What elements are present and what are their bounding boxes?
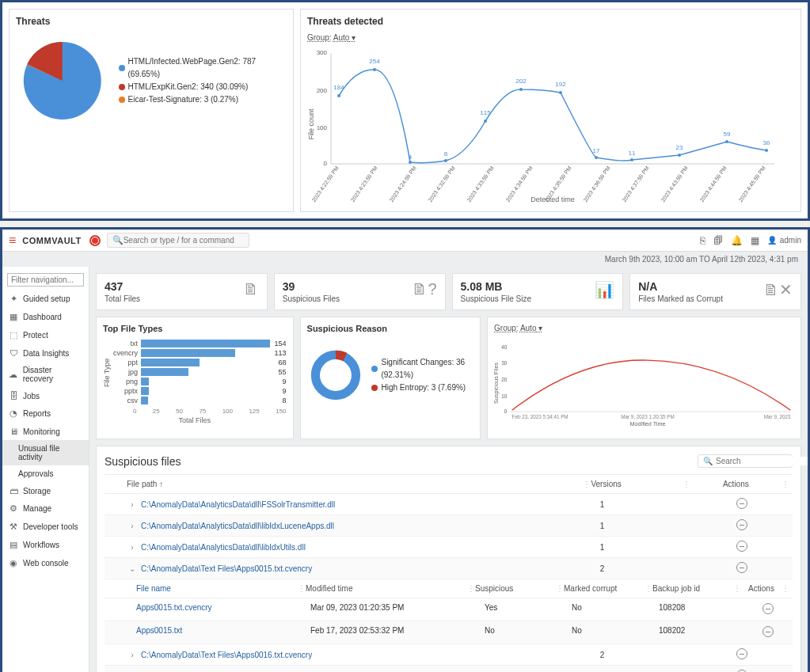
nav-item-data-insights[interactable]: 🛡Data Insights xyxy=(2,344,89,362)
command-search-input[interactable] xyxy=(124,236,244,245)
action-button[interactable] xyxy=(736,519,747,530)
svg-point-28 xyxy=(725,140,728,143)
col-header-path[interactable]: File path ↑ xyxy=(108,480,583,488)
file-name-link[interactable]: Apps0015.txt.cvencry xyxy=(136,603,310,616)
file-path-link[interactable]: C:\AnomalyData\AnalyticsData\dll\FSSolrT… xyxy=(141,500,335,509)
trend-group-dropdown[interactable]: Auto ▾ xyxy=(520,324,542,332)
file-name-link[interactable]: Apps0015.txt xyxy=(136,626,310,639)
action-button[interactable] xyxy=(762,626,774,637)
svg-text:8: 8 xyxy=(444,150,448,158)
group-dropdown[interactable]: Auto ▾ xyxy=(333,33,356,42)
svg-text:Feb 23, 2023 5:34:41 PM: Feb 23, 2023 5:34:41 PM xyxy=(512,414,569,420)
nav-icon: ☁ xyxy=(9,370,18,380)
user-icon: 👤 xyxy=(767,236,777,245)
table-row: ⌄C:\AnomalyData\Text Files\Apps0015.txt.… xyxy=(105,558,793,579)
expand-icon[interactable]: › xyxy=(127,500,138,509)
svg-text:200: 200 xyxy=(317,87,328,94)
suspicious-trend-panel: Group: Auto ▾ Suspicious Files 40 30 20 … xyxy=(487,317,801,439)
action-button[interactable] xyxy=(736,498,747,509)
bar[interactable] xyxy=(141,359,200,366)
svg-text:36: 36 xyxy=(763,139,770,146)
threats-dashboard: Threats HTML/Infected.WebPage.Gen2: 787 … xyxy=(0,0,810,221)
export-icon[interactable]: ⎘ xyxy=(700,235,705,246)
action-button[interactable] xyxy=(736,648,747,659)
nav-item-reports[interactable]: ◔Reports xyxy=(2,404,89,423)
bell-icon[interactable]: 🔔 xyxy=(731,235,743,246)
col-menu-icon[interactable]: ⋮ xyxy=(781,480,789,488)
suspicious-reason-donut xyxy=(307,340,364,411)
svg-text:Modified Time: Modified Time xyxy=(630,420,666,427)
threats-detected-title: Threats detected xyxy=(307,16,794,27)
col-header-actions: Actions xyxy=(690,480,781,488)
stat-card: N/AFiles Marked as Corrupt🗎✕ xyxy=(629,273,801,310)
nav-item-protect[interactable]: ⬚Protect xyxy=(2,326,89,344)
bar[interactable] xyxy=(141,349,235,357)
nav-item-developer-tools[interactable]: ⚒Developer tools xyxy=(2,518,89,536)
nav-item-guided-setup[interactable]: ✦Guided setup xyxy=(2,290,89,308)
threats-detected-line-chart: File count 300 200 100 0 184 254 4 8 115… xyxy=(307,45,782,203)
svg-text:May 11, 2023 4:36:59 PM: May 11, 2023 4:36:59 PM xyxy=(570,165,612,203)
col-header-versions[interactable]: Versions xyxy=(591,480,682,488)
file-path-link[interactable]: C:\AnomalyData\AnalyticsData\dll\libIdxU… xyxy=(141,543,306,552)
nav-icon: ▦ xyxy=(9,312,18,322)
nav-icon: ◉ xyxy=(9,558,18,568)
nav-item-jobs[interactable]: 🗄Jobs xyxy=(2,387,89,404)
col-menu-icon[interactable]: ⋮ xyxy=(583,480,591,488)
svg-text:Mar 9, 2023: Mar 9, 2023 xyxy=(764,414,791,420)
nav-item-monitoring[interactable]: 🖥Monitoring xyxy=(2,423,89,440)
file-path-link[interactable]: C:\AnomalyData\Text Files\Apps0016.txt.c… xyxy=(141,651,312,659)
svg-text:File count: File count xyxy=(307,108,315,140)
nav-item-storage[interactable]: 🗃Storage xyxy=(2,482,89,499)
nav-item-approvals[interactable]: Approvals xyxy=(2,465,89,482)
command-search[interactable]: 🔍 xyxy=(107,233,249,248)
nav-item-dashboard[interactable]: ▦Dashboard xyxy=(2,308,89,326)
svg-text:May 11, 2023 4:33:59 PM: May 11, 2023 4:33:59 PM xyxy=(454,165,496,203)
file-path-link[interactable]: C:\AnomalyData\Text Files\Apps0015.txt.c… xyxy=(141,564,312,573)
svg-text:300: 300 xyxy=(317,49,328,56)
bar[interactable] xyxy=(141,368,188,376)
collapse-icon[interactable]: ⌄ xyxy=(127,564,138,573)
threats-legend: HTML/Infected.WebPage.Gen2: 787 (69.65%)… xyxy=(119,55,287,106)
bar[interactable] xyxy=(141,397,148,404)
svg-point-45 xyxy=(315,355,356,395)
nav-filter-input[interactable] xyxy=(7,273,84,287)
svg-point-22 xyxy=(595,156,598,159)
nav-item-unusual-file-activity[interactable]: Unusual file activity xyxy=(2,440,89,465)
action-button[interactable] xyxy=(736,541,747,552)
svg-text:11: 11 xyxy=(629,150,636,157)
bar[interactable] xyxy=(141,378,149,385)
nav-item-disaster-recovery[interactable]: ☁Disaster recovery xyxy=(2,362,89,387)
expand-icon[interactable]: › xyxy=(127,522,138,530)
nav-item-manage[interactable]: ⚙Manage xyxy=(2,499,89,518)
col-menu-icon[interactable]: ⋮ xyxy=(683,480,690,488)
svg-point-20 xyxy=(559,91,562,94)
nav-icon: ⬚ xyxy=(9,330,18,340)
file-path-link[interactable]: C:\AnomalyData\AnalyticsData\dll\libIdxL… xyxy=(141,522,334,530)
svg-text:May 11, 2023 4:23:59 PM: May 11, 2023 4:23:59 PM xyxy=(337,165,379,203)
nav-icon: 🖥 xyxy=(9,427,18,436)
table-sub-row: Apps0015.txtFeb 17, 2023 02:53:32 PMNoNo… xyxy=(105,621,793,644)
nav-item-workflows[interactable]: ▤Workflows xyxy=(2,536,89,554)
svg-point-12 xyxy=(409,161,412,164)
grid-icon[interactable]: ▦ xyxy=(751,235,759,246)
svg-text:17: 17 xyxy=(593,147,600,154)
action-button[interactable] xyxy=(762,603,774,614)
svg-text:May 11, 2023 4:43:59 PM: May 11, 2023 4:43:59 PM xyxy=(648,165,690,203)
expand-icon[interactable]: › xyxy=(127,543,138,552)
hamburger-icon[interactable]: ≡ xyxy=(9,233,16,248)
svg-text:May 11, 2023 4:45:59 PM: May 11, 2023 4:45:59 PM xyxy=(725,165,767,203)
action-button[interactable] xyxy=(736,562,747,573)
card-icon: 🗎 xyxy=(243,280,259,298)
expand-icon[interactable]: › xyxy=(127,651,138,659)
clipboard-icon[interactable]: 🗐 xyxy=(713,235,723,246)
nav-icon: 🗃 xyxy=(9,486,18,495)
bar[interactable] xyxy=(141,387,149,395)
user-menu[interactable]: 👤admin xyxy=(767,236,801,245)
sidebar: ✦Guided setup▦Dashboard⬚Protect🛡Data Ins… xyxy=(2,267,89,672)
table-search[interactable]: 🔍 xyxy=(698,454,793,468)
stat-card: 39Suspicious Files🗎? xyxy=(274,273,446,310)
topbar: ≡ COMMVAULT 🔍 ⎘ 🗐 🔔 ▦ 👤admin xyxy=(2,230,808,252)
bar[interactable] xyxy=(141,340,270,347)
table-row: ›C:\AnomalyData\Text Files\Apps0017.txt.… xyxy=(105,666,793,672)
nav-item-web-console[interactable]: ◉Web console xyxy=(2,554,89,572)
